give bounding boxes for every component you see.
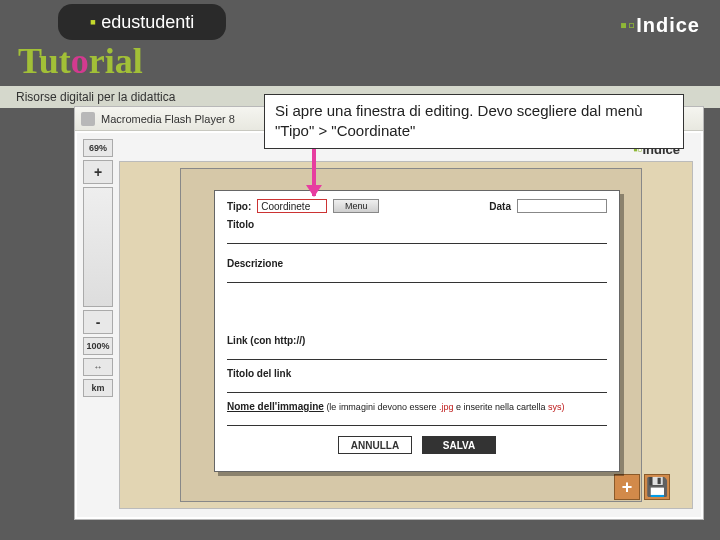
zoom-fit-button[interactable]: ↔ (83, 358, 113, 376)
edit-dialog: Tipo: Coordinete Menu Data Titolo Descri… (214, 190, 620, 472)
zoom-100-button[interactable]: 100% (83, 337, 113, 355)
flash-icon (81, 112, 95, 126)
titolo-label: Titolo (227, 219, 607, 230)
link-label: Link (con http://) (227, 335, 607, 346)
nome-img-label: Nome dell'immagine (227, 401, 324, 412)
callout-box: Si apre una finestra di editing. Devo sc… (264, 94, 684, 149)
titolo-link-label: Titolo del link (227, 368, 607, 379)
data-field[interactable] (517, 199, 607, 213)
descrizione-label: Descrizione (227, 258, 607, 269)
save-button[interactable]: SALVA (422, 436, 496, 454)
image-name-row: Nome dell'immagine (le immagini devono e… (227, 401, 607, 412)
tipo-menu-button[interactable]: Menu (333, 199, 379, 213)
disk-icon: 💾 (646, 476, 668, 498)
cancel-button[interactable]: ANNULLA (338, 436, 412, 454)
zoom-in-button[interactable]: + (83, 160, 113, 184)
indice-logo: ▪▫Indice (620, 14, 700, 37)
zoom-readout: 69% (83, 139, 113, 157)
zoom-out-button[interactable]: - (83, 310, 113, 334)
tipo-field[interactable]: Coordinete (257, 199, 327, 213)
nome-img-field[interactable] (227, 412, 607, 426)
tipo-label: Tipo: (227, 201, 251, 212)
descrizione-field[interactable] (227, 269, 607, 283)
titolo-link-field[interactable] (227, 379, 607, 393)
brand-logo: ▪ edustudenti (58, 4, 226, 40)
window-title: Macromedia Flash Player 8 (101, 113, 235, 125)
link-field[interactable] (227, 346, 607, 360)
scale-unit: km (83, 379, 113, 397)
toolbar: 69% + - 100% ↔ km (81, 139, 115, 397)
callout-text: Si apre una finestra di editing. Devo sc… (275, 102, 643, 139)
zoom-slider[interactable] (83, 187, 113, 307)
save-disk-button[interactable]: 💾 (644, 474, 670, 500)
titolo-field[interactable] (227, 230, 607, 244)
add-button[interactable]: + (614, 474, 640, 500)
corner-buttons: + 💾 (614, 474, 670, 500)
data-label: Data (489, 201, 511, 212)
page-title: Tutorial (18, 40, 143, 82)
